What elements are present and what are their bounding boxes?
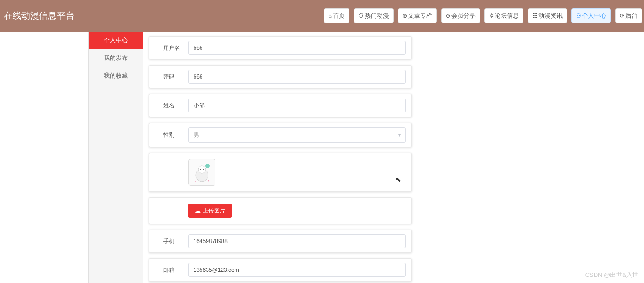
sidebar-item-posts[interactable]: 我的发布 <box>89 49 143 67</box>
svg-point-3 <box>200 169 201 170</box>
user-icon: ⚇ <box>576 13 581 19</box>
row-upload: ☁ 上传图片 <box>149 197 412 224</box>
target-icon: ⊙ <box>446 13 450 19</box>
row-avatar <box>149 153 412 192</box>
clock-icon: ⏱ <box>358 13 364 19</box>
nav-hot-anime[interactable]: ⏱热门动漫 <box>354 8 394 23</box>
circle-plus-icon: ⊕ <box>402 13 407 19</box>
nav-admin[interactable]: ⟳后台 <box>615 8 642 23</box>
form-area: 用户名 密码 姓名 性别 男 ▾ <box>143 32 412 283</box>
main: 个人中心 我的发布 我的收藏 用户名 密码 姓名 性别 <box>0 32 644 283</box>
cloud-upload-icon: ☁ <box>195 208 201 214</box>
sidebar-item-favorites[interactable]: 我的收藏 <box>89 67 143 85</box>
home-icon: ⌂ <box>329 13 332 19</box>
input-name[interactable] <box>188 99 406 112</box>
nav-news[interactable]: ☷动漫资讯 <box>528 8 567 23</box>
sidebar: 个人中心 我的发布 我的收藏 <box>88 32 143 283</box>
svg-point-4 <box>203 169 204 170</box>
grid-icon: ☷ <box>532 13 537 19</box>
sidebar-item-profile[interactable]: 个人中心 <box>89 32 143 49</box>
label-gender: 性别 <box>155 131 188 139</box>
row-gender: 性别 男 ▾ <box>149 123 412 147</box>
row-email: 邮箱 <box>149 258 412 282</box>
select-gender[interactable]: 男 ▾ <box>188 127 406 143</box>
chevron-down-icon: ▾ <box>398 132 401 138</box>
top-nav: ⌂首页 ⏱热门动漫 ⊕文章专栏 ⊙会员分享 ✲论坛信息 ☷动漫资讯 ⚇个人中心 … <box>324 8 644 23</box>
input-password[interactable] <box>188 70 406 84</box>
label-email: 邮箱 <box>155 266 188 274</box>
input-username[interactable] <box>188 41 406 55</box>
input-email[interactable] <box>188 263 406 277</box>
row-name: 姓名 <box>149 94 412 117</box>
input-phone[interactable] <box>188 234 406 248</box>
header: 在线动漫信息平台 ⌂首页 ⏱热门动漫 ⊕文章专栏 ⊙会员分享 ✲论坛信息 ☷动漫… <box>0 0 644 32</box>
row-username: 用户名 <box>149 36 412 59</box>
upload-button[interactable]: ☁ 上传图片 <box>188 204 232 218</box>
row-password: 密码 <box>149 65 412 88</box>
nav-member-share[interactable]: ⊙会员分享 <box>441 8 480 23</box>
star-icon: ✲ <box>489 13 494 19</box>
label-password: 密码 <box>155 73 188 81</box>
label-username: 用户名 <box>155 44 188 52</box>
label-phone: 手机 <box>155 237 188 245</box>
svg-point-0 <box>205 164 210 168</box>
content-wrap: 个人中心 我的发布 我的收藏 用户名 密码 姓名 性别 <box>88 32 412 283</box>
site-title: 在线动漫信息平台 <box>4 10 74 22</box>
avatar <box>188 159 215 186</box>
avatar-image <box>191 161 213 184</box>
nav-articles[interactable]: ⊕文章专栏 <box>398 8 437 23</box>
nav-forum[interactable]: ✲论坛信息 <box>484 8 523 23</box>
nav-home[interactable]: ⌂首页 <box>324 8 349 23</box>
row-phone: 手机 <box>149 230 412 253</box>
label-name: 姓名 <box>155 102 188 110</box>
svg-point-2 <box>198 166 206 173</box>
link-icon: ⟳ <box>620 13 624 19</box>
nav-profile[interactable]: ⚇个人中心 <box>571 8 611 23</box>
